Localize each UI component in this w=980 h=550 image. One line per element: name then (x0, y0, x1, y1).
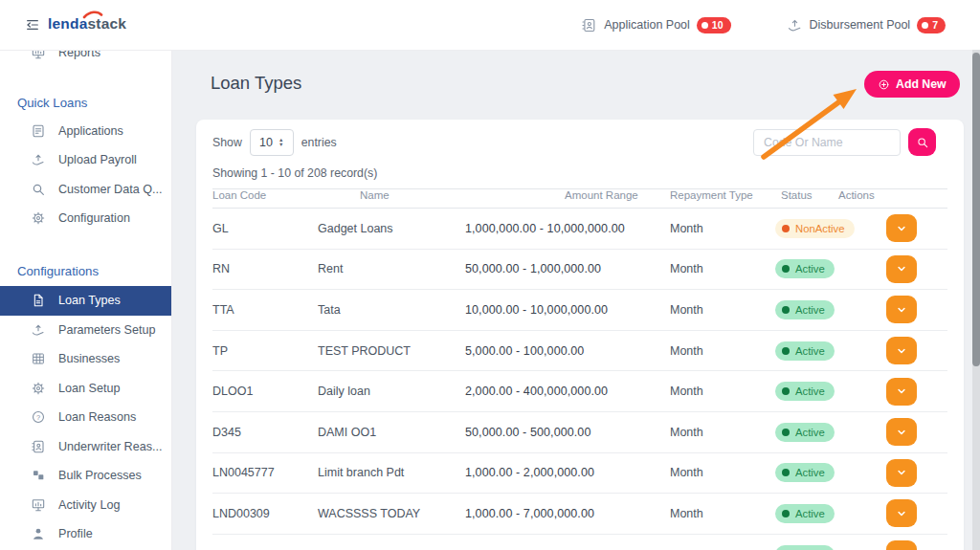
table-body: GL Gadget Loans 1,000,000.00 - 10,000,00… (212, 209, 947, 550)
search-button[interactable] (908, 128, 936, 156)
pool-link[interactable]: Application Pool 10 (581, 17, 730, 33)
cell-status: Active (775, 382, 886, 401)
search-group (753, 128, 936, 156)
table-row: LN0045777 Limit branch Pdt 1,000.00 - 2,… (212, 453, 947, 495)
row-actions-dropdown-button[interactable] (886, 418, 917, 446)
cell-loan-code: TP (212, 344, 318, 358)
app-logo: lendastack (48, 15, 126, 33)
cell-actions (886, 255, 944, 283)
pool-link[interactable]: Disbursement Pool 7 (787, 17, 946, 33)
status-badge: NonActive (775, 219, 855, 238)
cell-loan-code: GL (212, 222, 318, 235)
status-dot-icon (782, 347, 790, 355)
search-input[interactable] (753, 129, 901, 156)
row-actions-dropdown-button[interactable] (886, 499, 917, 527)
status-dot-icon (782, 429, 790, 436)
pool-count: 7 (932, 19, 938, 31)
cell-amount-range: 1,000,000.00 - 10,000,000.00 (465, 222, 670, 235)
status-badge: Active (775, 341, 835, 361)
cell-actions (886, 499, 944, 527)
sidebar-item[interactable]: Bulk Processes (0, 461, 171, 491)
cell-status: Active (775, 341, 886, 361)
cell-actions (886, 378, 944, 406)
sidebar-section-quick-loans: Applications Upload Payroll Customer Dat… (0, 117, 171, 233)
cell-name: Rent (318, 262, 465, 275)
cell-amount-range: 5,000.00 - 100,000.00 (465, 344, 670, 358)
status-badge: Active (775, 463, 835, 482)
sidebar-item[interactable]: Underwriter Reas... (0, 432, 171, 462)
cell-amount-range: 1,000.00 - 2,000,000.00 (465, 466, 670, 479)
sidebar-item[interactable]: Loan Types (0, 286, 171, 316)
row-actions-dropdown-button[interactable] (886, 378, 917, 406)
table-row: RN Rent 50,000.00 - 1,000,000.00 Month A… (212, 250, 947, 291)
sidebar-item-label: Parameters Setup (58, 323, 156, 337)
sidebar-item-label: Businesses (58, 352, 120, 365)
cell-status: Active (775, 259, 886, 278)
cell-repayment-type: Month (670, 385, 775, 398)
column-header: Actions (838, 189, 875, 201)
row-actions-dropdown-button[interactable] (886, 296, 917, 323)
sidebar-item[interactable]: Activity Log (0, 491, 171, 520)
header-pools: Application Pool 10 Disbursement Pool 7 (581, 0, 946, 50)
sidebar-item-reports[interactable]: Reports (0, 50, 171, 68)
sidebar-item[interactable]: Configuration (0, 204, 171, 233)
cell-name: TEST PRODUCT (318, 344, 465, 358)
table-header-row: Loan Code Name Amount Range Repayment Ty… (212, 183, 947, 209)
status-dot-icon (782, 469, 790, 476)
cell-status: Active (775, 545, 886, 550)
sidebar-item[interactable]: Loan Reasons (0, 403, 171, 432)
cell-repayment-type: Month (670, 303, 775, 317)
scrollbar-thumb[interactable] (972, 53, 980, 366)
plus-circle-icon (878, 78, 890, 91)
sidebar-item-label: Applications (58, 124, 123, 138)
column-header: Status (781, 189, 838, 201)
status-label: Active (795, 263, 825, 275)
sidebar-item[interactable]: Upload Payroll (0, 145, 171, 175)
row-actions-dropdown-button[interactable] (886, 459, 917, 487)
status-badge: Active (775, 423, 835, 442)
cell-repayment-type: Month (670, 426, 775, 439)
loan-types-table: Loan Code Name Amount Range Repayment Ty… (212, 183, 947, 550)
top-bar: lendastack Application Pool 10 Disbursem… (0, 0, 980, 50)
sidebar-item[interactable]: Applications (0, 117, 171, 146)
row-actions-dropdown-button[interactable] (886, 540, 917, 550)
status-dot-icon (782, 510, 790, 517)
row-actions-dropdown-button[interactable] (886, 255, 917, 283)
cell-actions (886, 214, 944, 242)
row-actions-dropdown-button[interactable] (886, 337, 917, 364)
sidebar-item-label: Configuration (58, 211, 130, 225)
sidebar-heading-quick-loans: Quick Loans (17, 96, 171, 110)
status-label: Active (795, 427, 825, 438)
badge-dot-icon (702, 22, 708, 29)
table-row: DLOO1 Daily loan 2,000.00 - 400,000,000.… (212, 371, 947, 412)
sidebar-item[interactable]: Loan Setup (0, 374, 171, 404)
status-label: Active (795, 508, 825, 519)
sidebar-collapse-icon[interactable] (23, 17, 42, 33)
sidebar-item-label: Upload Payroll (58, 153, 137, 166)
pool-count-badge: 7 (917, 17, 946, 33)
table-row: LND00308 WACSSSS LOAN PDT 1,000.00 - 200… (212, 535, 947, 550)
page-size-select[interactable]: 10 ▲▼ (250, 129, 294, 156)
table-row: LND00309 WACSSSS TODAY 1,000.00 - 7,000,… (212, 494, 947, 535)
select-arrows-icon: ▲▼ (278, 138, 283, 146)
sidebar-item[interactable]: Businesses (0, 344, 171, 374)
status-dot-icon (782, 225, 790, 232)
status-dot-icon (782, 306, 790, 314)
scrollbar-track[interactable] (972, 50, 980, 550)
main-content: Loan Types Add New Show 10 ▲▼ entries Sh… (172, 50, 980, 550)
cell-loan-code: LN0045777 (212, 466, 318, 479)
gear-icon (31, 381, 46, 396)
row-actions-dropdown-button[interactable] (886, 214, 917, 242)
chevron-down-icon (895, 262, 908, 275)
chevron-down-icon (895, 466, 908, 479)
status-label: Active (795, 467, 825, 478)
pool-label: Disbursement Pool (810, 18, 911, 32)
pool-label: Application Pool (604, 18, 690, 32)
sidebar-heading-configurations: Configurations (17, 264, 171, 278)
cell-repayment-type: Month (670, 344, 775, 358)
add-new-button[interactable]: Add New (864, 71, 960, 98)
cell-loan-code: TTA (212, 303, 318, 317)
sidebar-item[interactable]: Profile (0, 519, 171, 549)
sidebar-item[interactable]: Parameters Setup (0, 316, 171, 345)
sidebar-item[interactable]: Customer Data Q... (0, 175, 171, 205)
